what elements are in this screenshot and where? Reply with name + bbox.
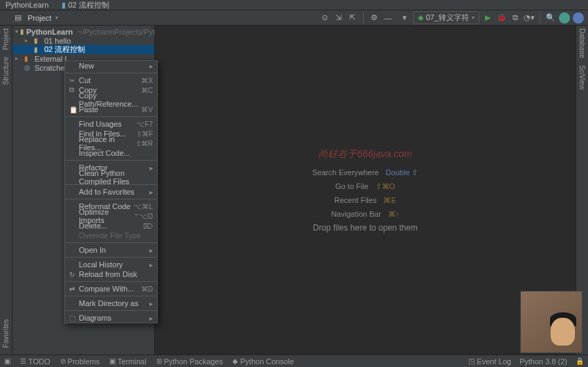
gear-icon[interactable]: ⚙ bbox=[369, 12, 380, 24]
context-menu: New▸✂Cut⌘X⧉Copy⌘CCopy Path/Reference...📋… bbox=[64, 60, 158, 323]
menu-item[interactable]: Local History▸ bbox=[65, 260, 157, 269]
database-tab[interactable]: Database bbox=[578, 28, 586, 58]
tip-drop-files: Drop files here to open them bbox=[313, 223, 417, 233]
project-tool-label[interactable]: Project bbox=[25, 14, 54, 22]
scratches-icon: ◎ bbox=[24, 64, 33, 71]
menu-item[interactable]: ⬚Diagrams▸ bbox=[65, 313, 157, 323]
tree-root[interactable]: ▾ ▮ PythonLearn ~/PycharmProjects/Python… bbox=[12, 27, 154, 36]
breadcrumb-root[interactable]: PythonLearn bbox=[6, 1, 48, 9]
tip-go-to-file: Go to File ⇧⌘O bbox=[336, 181, 395, 191]
status-event-log[interactable]: ◳ Event Log bbox=[468, 357, 511, 366]
menu-item[interactable]: 📋Paste⌘V bbox=[65, 105, 157, 114]
debug-icon[interactable]: 🐞 bbox=[496, 12, 507, 24]
expand-icon[interactable]: ⇲ bbox=[333, 12, 344, 24]
menu-item[interactable]: Optimize Imports⌃⌥O bbox=[65, 211, 157, 221]
run-icon[interactable]: ▶ bbox=[482, 12, 493, 24]
add-config-icon[interactable]: ▾ bbox=[399, 12, 410, 24]
menu-item[interactable]: Delete...⌦ bbox=[65, 221, 157, 231]
python-icon: ◆ bbox=[418, 13, 423, 22]
menu-item[interactable]: Find Usages⌥F7 bbox=[65, 119, 157, 129]
folder-icon: ▮ bbox=[20, 28, 24, 35]
avatar-1[interactable] bbox=[559, 12, 570, 24]
structure-tab[interactable]: Structure bbox=[2, 57, 10, 85]
status-todo[interactable]: ☰ TODO bbox=[20, 357, 50, 366]
status-window-icon[interactable]: ▣ bbox=[4, 357, 10, 365]
tip-nav-bar: Navigation Bar ⌘↑ bbox=[331, 209, 400, 219]
menu-item[interactable]: Replace in Files...⇧⌘R bbox=[65, 138, 157, 148]
status-interpreter[interactable]: Python 3.8 (2) bbox=[520, 357, 567, 366]
avatar-2[interactable] bbox=[573, 12, 584, 24]
profile-icon[interactable]: ◔▾ bbox=[524, 12, 535, 24]
menu-item[interactable]: Copy Path/Reference... bbox=[65, 95, 157, 105]
sciview-tab[interactable]: SciView bbox=[578, 65, 586, 89]
collapse-icon[interactable]: ⇱ bbox=[347, 12, 358, 24]
breadcrumb-sep: 〉 bbox=[51, 0, 59, 10]
watermark-text: 尚硅谷于666java.com bbox=[318, 148, 412, 161]
menu-item[interactable]: Mark Directory as▸ bbox=[65, 298, 157, 308]
menu-item[interactable]: ⇄Compare With...⌘D bbox=[65, 284, 157, 294]
search-icon[interactable]: 🔍 bbox=[545, 12, 556, 24]
status-lock-icon[interactable]: 🔒 bbox=[576, 357, 584, 366]
menu-item[interactable]: Clean Python Compiled Files bbox=[65, 172, 157, 182]
tree-item-02[interactable]: ▮ 02 流程控制 bbox=[12, 45, 154, 54]
chevron-down-icon[interactable]: ▾ bbox=[55, 15, 58, 21]
webcam-overlay bbox=[520, 291, 582, 353]
menu-item: Override File Type bbox=[65, 231, 157, 240]
favorites-tab[interactable]: Favorites bbox=[2, 319, 10, 348]
breadcrumb-current[interactable]: 02 流程控制 bbox=[68, 0, 109, 10]
tip-recent-files: Recent Files ⌘E bbox=[334, 195, 396, 205]
project-tab[interactable]: Project bbox=[2, 28, 10, 50]
status-problems[interactable]: ⊘ Problems bbox=[60, 357, 100, 366]
run-config-selector[interactable]: ◆ 07_转义字符 ▾ bbox=[413, 11, 479, 24]
menu-item[interactable]: Add to Favorites▸ bbox=[65, 187, 157, 197]
folder-icon: ▮ bbox=[34, 46, 42, 53]
menu-item[interactable]: Inspect Code... bbox=[65, 148, 157, 158]
hide-icon[interactable]: — bbox=[383, 12, 394, 24]
menu-item[interactable]: New▸ bbox=[65, 61, 157, 71]
status-python-packages[interactable]: ⊞ Python Packages bbox=[156, 357, 223, 366]
menu-item[interactable]: ✂Cut⌘X bbox=[65, 75, 157, 85]
folder-icon: ▮ bbox=[62, 1, 66, 10]
coverage-icon[interactable]: ⧉ bbox=[510, 12, 521, 24]
folder-icon: ▮ bbox=[34, 37, 42, 44]
project-view-icon[interactable]: ▤ bbox=[12, 12, 24, 24]
tip-search-everywhere: Search Everywhere Double ⇧ bbox=[313, 168, 419, 177]
library-icon: ▮ bbox=[24, 55, 33, 62]
select-opened-icon[interactable]: ⊙ bbox=[320, 12, 331, 24]
menu-item[interactable]: Open In▸ bbox=[65, 245, 157, 255]
status-terminal[interactable]: ▣ Terminal bbox=[109, 357, 147, 366]
menu-item[interactable]: ↻Reload from Disk bbox=[65, 269, 157, 279]
status-python-console[interactable]: ◆ Python Console bbox=[232, 357, 294, 366]
